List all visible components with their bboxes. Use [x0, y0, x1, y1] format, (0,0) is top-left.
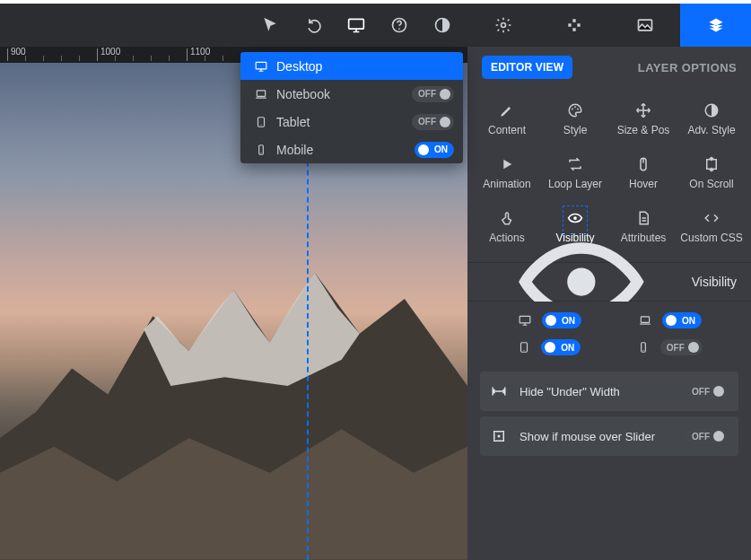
- visibility-tablet-toggle[interactable]: ON: [541, 339, 581, 355]
- show-on-hover-toggle[interactable]: OFF: [686, 428, 728, 444]
- viewport-option-label: Tablet: [276, 115, 412, 129]
- grid-custom-css[interactable]: Custom CSS: [677, 201, 746, 253]
- viewport-notebook-toggle[interactable]: OFF: [412, 86, 454, 102]
- hide-under-width-toggle[interactable]: OFF: [686, 383, 728, 399]
- visibility-section-header[interactable]: Visibility: [467, 262, 751, 302]
- viewport-option-mobile[interactable]: Mobile ON: [240, 136, 463, 163]
- desktop-icon: [253, 60, 276, 73]
- option-label: Hide "Under" Width: [520, 385, 620, 398]
- visibility-row-2: ON OFF: [467, 339, 751, 366]
- layer-options-label[interactable]: LAYER OPTIONS: [638, 61, 737, 74]
- section-title-text: Visibility: [692, 275, 737, 289]
- viewport-option-label: Notebook: [276, 87, 412, 101]
- grid-animation[interactable]: Animation: [473, 147, 541, 199]
- editor-view-badge[interactable]: EDITOR VIEW: [482, 56, 572, 79]
- tab-layers[interactable]: [680, 4, 751, 47]
- option-hide-under-width: Hide "Under" Width OFF: [480, 372, 738, 411]
- tab-settings[interactable]: [467, 4, 538, 47]
- grid-content[interactable]: Content: [473, 93, 541, 145]
- ruler-mark: 1100: [190, 47, 210, 57]
- viewport-option-tablet[interactable]: Tablet OFF: [240, 108, 463, 136]
- grid-style[interactable]: Style: [541, 93, 609, 145]
- viewport-option-notebook[interactable]: Notebook OFF: [240, 80, 463, 108]
- viewport-switcher[interactable]: [335, 4, 378, 47]
- ruler-mark: 1000: [100, 47, 120, 57]
- panel-header: EDITOR VIEW LAYER OPTIONS: [467, 47, 751, 88]
- grid-hover[interactable]: Hover: [609, 147, 677, 199]
- viewport-mobile-toggle[interactable]: ON: [415, 142, 454, 158]
- mobile-icon: [635, 341, 651, 354]
- right-panel: EDITOR VIEW LAYER OPTIONS Content Style …: [467, 4, 751, 560]
- desktop-icon: [517, 314, 533, 327]
- tablet-icon: [253, 116, 276, 128]
- undo-button[interactable]: [292, 4, 335, 47]
- mobile-icon: [253, 144, 276, 156]
- viewport-option-label: Desktop: [276, 59, 454, 74]
- grid-adv-style[interactable]: Adv. Style: [677, 93, 746, 145]
- grid-size-pos[interactable]: Size & Pos: [609, 93, 677, 145]
- tab-slides[interactable]: [609, 4, 680, 47]
- viewport-dropdown: Desktop Notebook OFF Tablet OFF Mobile O…: [240, 52, 463, 163]
- mountain-silhouette: [0, 212, 467, 560]
- panel-tabs: [467, 4, 751, 47]
- contrast-button[interactable]: [421, 4, 464, 47]
- help-button[interactable]: [378, 4, 421, 47]
- option-label: Show if mouse over Slider: [520, 430, 655, 443]
- grid-on-scroll[interactable]: On Scroll: [677, 147, 746, 199]
- laptop-icon: [637, 314, 653, 327]
- viewport-tablet-toggle[interactable]: OFF: [412, 114, 454, 130]
- viewport-option-desktop[interactable]: Desktop: [240, 52, 463, 80]
- tab-navigation[interactable]: [538, 4, 609, 47]
- grid-loop-layer[interactable]: Loop Layer: [541, 147, 609, 199]
- viewport-option-label: Mobile: [276, 143, 415, 157]
- canvas-toolbar: [0, 4, 467, 47]
- select-tool[interactable]: [249, 4, 292, 47]
- visibility-laptop-toggle[interactable]: ON: [662, 312, 702, 328]
- target-icon: [491, 428, 507, 444]
- laptop-icon: [253, 88, 276, 101]
- visibility-row-1: ON ON: [467, 302, 751, 339]
- visibility-desktop-toggle[interactable]: ON: [542, 312, 581, 328]
- option-show-on-hover: Show if mouse over Slider OFF: [480, 416, 738, 456]
- width-icon: [491, 383, 507, 399]
- ruler-mark: 900: [11, 47, 26, 57]
- visibility-mobile-toggle[interactable]: OFF: [660, 339, 703, 355]
- tablet-icon: [516, 341, 532, 354]
